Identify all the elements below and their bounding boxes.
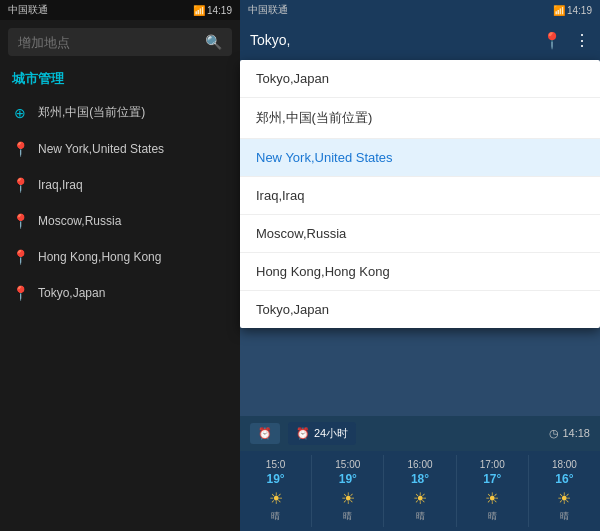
city-name: Tokyo,Japan xyxy=(38,286,105,300)
header-city-name: Tokyo, xyxy=(250,32,534,48)
dropdown-item-hongkong[interactable]: Hong Kong,Hong Kong xyxy=(240,253,600,291)
pin-icon: ⊕ xyxy=(12,105,28,121)
city-item-iraq[interactable]: 📍 Iraq,Iraq xyxy=(0,167,240,203)
toggle-btn-clock[interactable]: ⏰ xyxy=(250,423,280,444)
search-input[interactable] xyxy=(18,35,205,50)
pin-icon: 📍 xyxy=(12,285,28,301)
pin-icon: 📍 xyxy=(12,249,28,265)
time-right: ◷ 14:18 xyxy=(549,427,590,440)
hour-time: 15:00 xyxy=(335,459,360,470)
city-list: ⊕ 郑州,中国(当前位置) 📍 New York,United States 📍… xyxy=(0,94,240,531)
more-icon[interactable]: ⋮ xyxy=(574,31,590,50)
city-name: Hong Kong,Hong Kong xyxy=(38,250,161,264)
city-item-hongkong[interactable]: 📍 Hong Kong,Hong Kong xyxy=(0,239,240,275)
dropdown-item-zhengzhou[interactable]: 郑州,中国(当前位置) xyxy=(240,98,600,139)
hour-temp: 16° xyxy=(555,472,573,486)
sun-icon: ☀ xyxy=(485,489,499,508)
left-status-bar: 中国联通 📶 14:19 xyxy=(0,0,240,20)
right-carrier: 中国联通 xyxy=(248,3,288,17)
sun-icon: ☀ xyxy=(413,489,427,508)
hour-temp: 17° xyxy=(483,472,501,486)
right-status-icons: 📶 14:19 xyxy=(553,5,592,16)
weather-bottom: ⏰ ⏰ 24小时 ◷ 14:18 15:0 19° ☀ 晴 15:00 19° … xyxy=(240,416,600,531)
sun-icon: ☀ xyxy=(269,489,283,508)
search-bar[interactable]: 🔍 xyxy=(8,28,232,56)
hour-desc: 晴 xyxy=(560,510,569,523)
right-time: 14:19 xyxy=(567,5,592,16)
hour-time: 18:00 xyxy=(552,459,577,470)
hour-item: 15:0 19° ☀ 晴 xyxy=(240,455,312,527)
city-item-newyork[interactable]: 📍 New York,United States xyxy=(0,131,240,167)
clock-icon: ⏰ xyxy=(258,427,272,440)
right-panel: 中国联通 📶 14:19 Tokyo, 📍 ⋮ Tokyo,Japan郑州,中国… xyxy=(240,0,600,531)
left-time: 14:19 xyxy=(207,5,232,16)
dropdown-item-moscow[interactable]: Moscow,Russia xyxy=(240,215,600,253)
city-item-moscow[interactable]: 📍 Moscow,Russia xyxy=(0,203,240,239)
dropdown-item-tokyo-top[interactable]: Tokyo,Japan xyxy=(240,60,600,98)
hour-temp: 18° xyxy=(411,472,429,486)
hour-item: 16:00 18° ☀ 晴 xyxy=(384,455,456,527)
hour-desc: 晴 xyxy=(271,510,280,523)
city-name: Moscow,Russia xyxy=(38,214,121,228)
hour-time: 17:00 xyxy=(480,459,505,470)
hour-desc: 晴 xyxy=(343,510,352,523)
left-status-icons: 📶 14:19 xyxy=(193,5,232,16)
sun-icon: ☀ xyxy=(557,489,571,508)
city-item-tokyo[interactable]: 📍 Tokyo,Japan xyxy=(0,275,240,311)
city-name: 郑州,中国(当前位置) xyxy=(38,104,145,121)
hour-temp: 19° xyxy=(267,472,285,486)
dropdown-item-newyork[interactable]: New York,United States xyxy=(240,139,600,177)
hour-temp: 19° xyxy=(339,472,357,486)
hour-desc: 晴 xyxy=(416,510,425,523)
right-header: Tokyo, 📍 ⋮ xyxy=(240,20,600,60)
search-icon[interactable]: 🔍 xyxy=(205,34,222,50)
time-24h-icon: ⏰ xyxy=(296,427,310,440)
left-panel: 中国联通 📶 14:19 🔍 城市管理 ⊕ 郑州,中国(当前位置) 📍 New … xyxy=(0,0,240,531)
hour-desc: 晴 xyxy=(488,510,497,523)
location-icon[interactable]: 📍 xyxy=(542,31,562,50)
city-name: Iraq,Iraq xyxy=(38,178,83,192)
section-title: 城市管理 xyxy=(0,64,240,94)
hour-item: 18:00 16° ☀ 晴 xyxy=(529,455,600,527)
time-toggle-bar: ⏰ ⏰ 24小时 ◷ 14:18 xyxy=(240,416,600,451)
hour-time: 16:00 xyxy=(407,459,432,470)
city-item-zhengzhou[interactable]: ⊕ 郑州,中国(当前位置) xyxy=(0,94,240,131)
city-name: New York,United States xyxy=(38,142,164,156)
right-status-bar: 中国联通 📶 14:19 xyxy=(240,0,600,20)
dropdown-item-iraq[interactable]: Iraq,Iraq xyxy=(240,177,600,215)
sun-icon: ☀ xyxy=(341,489,355,508)
dropdown-item-tokyo-bottom[interactable]: Tokyo,Japan xyxy=(240,291,600,328)
hour-item: 17:00 17° ☀ 晴 xyxy=(457,455,529,527)
hour-item: 15:00 19° ☀ 晴 xyxy=(312,455,384,527)
toggle-24h-label: 24小时 xyxy=(314,426,348,441)
city-dropdown: Tokyo,Japan郑州,中国(当前位置)New York,United St… xyxy=(240,60,600,328)
right-wifi-icon: 📶 xyxy=(553,5,565,16)
header-icons: 📍 ⋮ xyxy=(542,31,590,50)
pin-icon: 📍 xyxy=(12,213,28,229)
hour-time: 15:0 xyxy=(266,459,285,470)
pin-icon: 📍 xyxy=(12,141,28,157)
hourly-row: 15:0 19° ☀ 晴 15:00 19° ☀ 晴 16:00 18° ☀ 晴… xyxy=(240,451,600,531)
pin-icon: 📍 xyxy=(12,177,28,193)
left-carrier: 中国联通 xyxy=(8,3,48,17)
wifi-icon: 📶 xyxy=(193,5,205,16)
toggle-btn-24h[interactable]: ⏰ 24小时 xyxy=(288,422,356,445)
